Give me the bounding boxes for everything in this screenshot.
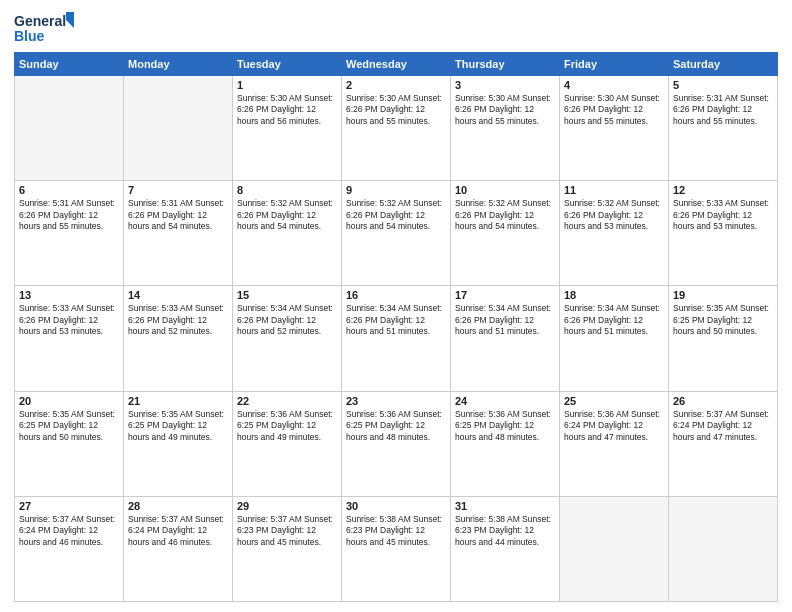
calendar-cell: 10Sunrise: 5:32 AM Sunset: 6:26 PM Dayli… (451, 181, 560, 286)
day-number: 28 (128, 500, 228, 512)
svg-text:Blue: Blue (14, 28, 45, 44)
day-number: 25 (564, 395, 664, 407)
day-detail: Sunrise: 5:35 AM Sunset: 6:25 PM Dayligh… (19, 409, 119, 443)
calendar-cell: 23Sunrise: 5:36 AM Sunset: 6:25 PM Dayli… (342, 391, 451, 496)
day-number: 20 (19, 395, 119, 407)
calendar-cell: 6Sunrise: 5:31 AM Sunset: 6:26 PM Daylig… (15, 181, 124, 286)
weekday-header-thursday: Thursday (451, 53, 560, 76)
day-number: 23 (346, 395, 446, 407)
day-number: 16 (346, 289, 446, 301)
calendar-cell (560, 496, 669, 601)
calendar-week-4: 20Sunrise: 5:35 AM Sunset: 6:25 PM Dayli… (15, 391, 778, 496)
calendar-cell: 25Sunrise: 5:36 AM Sunset: 6:24 PM Dayli… (560, 391, 669, 496)
logo-svg: General Blue (14, 10, 74, 46)
day-detail: Sunrise: 5:37 AM Sunset: 6:24 PM Dayligh… (673, 409, 773, 443)
calendar-cell: 13Sunrise: 5:33 AM Sunset: 6:26 PM Dayli… (15, 286, 124, 391)
day-detail: Sunrise: 5:37 AM Sunset: 6:23 PM Dayligh… (237, 514, 337, 548)
calendar-cell: 2Sunrise: 5:30 AM Sunset: 6:26 PM Daylig… (342, 76, 451, 181)
day-number: 9 (346, 184, 446, 196)
calendar-cell: 4Sunrise: 5:30 AM Sunset: 6:26 PM Daylig… (560, 76, 669, 181)
calendar-cell (124, 76, 233, 181)
day-detail: Sunrise: 5:32 AM Sunset: 6:26 PM Dayligh… (237, 198, 337, 232)
calendar-cell: 19Sunrise: 5:35 AM Sunset: 6:25 PM Dayli… (669, 286, 778, 391)
day-number: 30 (346, 500, 446, 512)
day-number: 2 (346, 79, 446, 91)
day-detail: Sunrise: 5:34 AM Sunset: 6:26 PM Dayligh… (346, 303, 446, 337)
weekday-header-friday: Friday (560, 53, 669, 76)
day-detail: Sunrise: 5:34 AM Sunset: 6:26 PM Dayligh… (564, 303, 664, 337)
calendar-cell: 12Sunrise: 5:33 AM Sunset: 6:26 PM Dayli… (669, 181, 778, 286)
calendar-cell (15, 76, 124, 181)
day-detail: Sunrise: 5:37 AM Sunset: 6:24 PM Dayligh… (128, 514, 228, 548)
calendar-cell: 24Sunrise: 5:36 AM Sunset: 6:25 PM Dayli… (451, 391, 560, 496)
calendar-header-row: SundayMondayTuesdayWednesdayThursdayFrid… (15, 53, 778, 76)
day-detail: Sunrise: 5:36 AM Sunset: 6:25 PM Dayligh… (455, 409, 555, 443)
calendar-week-3: 13Sunrise: 5:33 AM Sunset: 6:26 PM Dayli… (15, 286, 778, 391)
day-number: 18 (564, 289, 664, 301)
day-detail: Sunrise: 5:35 AM Sunset: 6:25 PM Dayligh… (673, 303, 773, 337)
day-detail: Sunrise: 5:32 AM Sunset: 6:26 PM Dayligh… (455, 198, 555, 232)
day-number: 4 (564, 79, 664, 91)
calendar-cell: 9Sunrise: 5:32 AM Sunset: 6:26 PM Daylig… (342, 181, 451, 286)
calendar-table: SundayMondayTuesdayWednesdayThursdayFrid… (14, 52, 778, 602)
day-number: 17 (455, 289, 555, 301)
day-detail: Sunrise: 5:30 AM Sunset: 6:26 PM Dayligh… (237, 93, 337, 127)
day-detail: Sunrise: 5:30 AM Sunset: 6:26 PM Dayligh… (346, 93, 446, 127)
logo: General Blue (14, 10, 74, 46)
day-detail: Sunrise: 5:32 AM Sunset: 6:26 PM Dayligh… (346, 198, 446, 232)
day-number: 8 (237, 184, 337, 196)
day-detail: Sunrise: 5:31 AM Sunset: 6:26 PM Dayligh… (19, 198, 119, 232)
day-detail: Sunrise: 5:33 AM Sunset: 6:26 PM Dayligh… (128, 303, 228, 337)
calendar-week-5: 27Sunrise: 5:37 AM Sunset: 6:24 PM Dayli… (15, 496, 778, 601)
calendar-cell: 5Sunrise: 5:31 AM Sunset: 6:26 PM Daylig… (669, 76, 778, 181)
day-number: 27 (19, 500, 119, 512)
day-number: 22 (237, 395, 337, 407)
calendar-cell: 11Sunrise: 5:32 AM Sunset: 6:26 PM Dayli… (560, 181, 669, 286)
calendar-cell: 8Sunrise: 5:32 AM Sunset: 6:26 PM Daylig… (233, 181, 342, 286)
calendar-cell: 17Sunrise: 5:34 AM Sunset: 6:26 PM Dayli… (451, 286, 560, 391)
calendar-cell: 30Sunrise: 5:38 AM Sunset: 6:23 PM Dayli… (342, 496, 451, 601)
day-detail: Sunrise: 5:38 AM Sunset: 6:23 PM Dayligh… (346, 514, 446, 548)
day-number: 24 (455, 395, 555, 407)
calendar-cell: 3Sunrise: 5:30 AM Sunset: 6:26 PM Daylig… (451, 76, 560, 181)
svg-text:General: General (14, 13, 66, 29)
day-detail: Sunrise: 5:33 AM Sunset: 6:26 PM Dayligh… (673, 198, 773, 232)
day-number: 15 (237, 289, 337, 301)
calendar-cell: 29Sunrise: 5:37 AM Sunset: 6:23 PM Dayli… (233, 496, 342, 601)
day-number: 1 (237, 79, 337, 91)
page-header: General Blue (14, 10, 778, 46)
calendar-body: 1Sunrise: 5:30 AM Sunset: 6:26 PM Daylig… (15, 76, 778, 602)
calendar-cell: 14Sunrise: 5:33 AM Sunset: 6:26 PM Dayli… (124, 286, 233, 391)
calendar-cell (669, 496, 778, 601)
day-detail: Sunrise: 5:34 AM Sunset: 6:26 PM Dayligh… (455, 303, 555, 337)
svg-marker-2 (66, 12, 74, 28)
day-detail: Sunrise: 5:30 AM Sunset: 6:26 PM Dayligh… (455, 93, 555, 127)
day-detail: Sunrise: 5:33 AM Sunset: 6:26 PM Dayligh… (19, 303, 119, 337)
weekday-header-tuesday: Tuesday (233, 53, 342, 76)
weekday-header-wednesday: Wednesday (342, 53, 451, 76)
day-number: 6 (19, 184, 119, 196)
calendar-cell: 15Sunrise: 5:34 AM Sunset: 6:26 PM Dayli… (233, 286, 342, 391)
day-number: 21 (128, 395, 228, 407)
calendar-cell: 1Sunrise: 5:30 AM Sunset: 6:26 PM Daylig… (233, 76, 342, 181)
day-detail: Sunrise: 5:36 AM Sunset: 6:24 PM Dayligh… (564, 409, 664, 443)
calendar-cell: 31Sunrise: 5:38 AM Sunset: 6:23 PM Dayli… (451, 496, 560, 601)
day-number: 11 (564, 184, 664, 196)
day-detail: Sunrise: 5:38 AM Sunset: 6:23 PM Dayligh… (455, 514, 555, 548)
calendar-cell: 7Sunrise: 5:31 AM Sunset: 6:26 PM Daylig… (124, 181, 233, 286)
calendar-cell: 26Sunrise: 5:37 AM Sunset: 6:24 PM Dayli… (669, 391, 778, 496)
weekday-header-sunday: Sunday (15, 53, 124, 76)
day-number: 31 (455, 500, 555, 512)
day-number: 7 (128, 184, 228, 196)
day-detail: Sunrise: 5:36 AM Sunset: 6:25 PM Dayligh… (346, 409, 446, 443)
calendar-week-1: 1Sunrise: 5:30 AM Sunset: 6:26 PM Daylig… (15, 76, 778, 181)
day-number: 12 (673, 184, 773, 196)
day-number: 26 (673, 395, 773, 407)
weekday-header-monday: Monday (124, 53, 233, 76)
day-number: 10 (455, 184, 555, 196)
calendar-cell: 18Sunrise: 5:34 AM Sunset: 6:26 PM Dayli… (560, 286, 669, 391)
calendar-cell: 27Sunrise: 5:37 AM Sunset: 6:24 PM Dayli… (15, 496, 124, 601)
calendar-cell: 22Sunrise: 5:36 AM Sunset: 6:25 PM Dayli… (233, 391, 342, 496)
day-number: 14 (128, 289, 228, 301)
day-number: 29 (237, 500, 337, 512)
